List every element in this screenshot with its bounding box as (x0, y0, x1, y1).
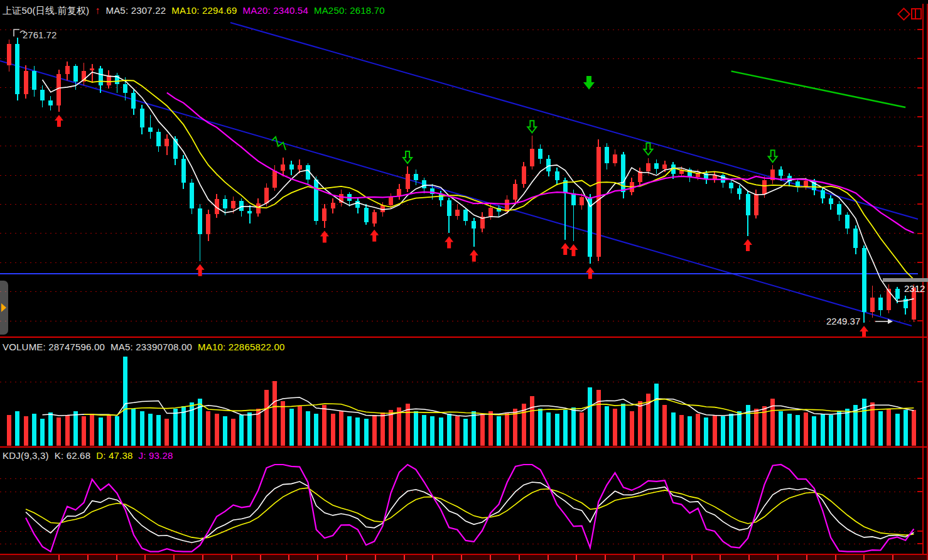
kdj-legend: KDJ(9,3,3)K: 62.68D: 47.38J: 93.28 (3, 450, 178, 461)
symbol-title: 上证50(日线.前复权) (3, 5, 89, 16)
volume-ma5-value: MA5: 23390708.00 (111, 342, 192, 352)
main-chart-legend: 上证50(日线.前复权)↑MA5: 2307.22MA10: 2294.69MA… (3, 5, 391, 17)
ma5-value: MA5: 2307.22 (105, 5, 166, 16)
expand-right-icon (1, 303, 6, 312)
volume-value: VOLUME: 28747596.00 (3, 342, 105, 352)
stock-app-window: 上证50(日线.前复权)↑MA5: 2307.22MA10: 2294.69MA… (0, 0, 928, 560)
sidebar-slide-handle[interactable] (0, 281, 8, 335)
split-panes-divider (915, 9, 916, 18)
last-price-label: 2312 (904, 283, 928, 294)
kdj-j-value: J: 93.28 (139, 450, 173, 461)
kdj-d-value: D: 47.38 (96, 450, 132, 461)
volume-ma10-value: MA10: 22865822.00 (198, 342, 285, 352)
ma10-value: MA10: 2294.69 (171, 5, 237, 16)
split-panes-icon[interactable] (911, 8, 922, 19)
ma250-value: MA250: 2618.70 (314, 5, 385, 16)
last-price-pointer-bar (883, 278, 928, 282)
high-price-label: 2761.72 (23, 30, 57, 40)
buy-signal-icon: ↑ (95, 5, 100, 16)
chart-canvas[interactable] (0, 0, 928, 560)
kdj-k-value: K: 62.68 (55, 450, 90, 461)
ma20-value: MA20: 2340.54 (243, 5, 308, 16)
low-price-label: 2249.37 (826, 316, 860, 326)
kdj-title: KDJ(9,3,3) (3, 450, 49, 461)
volume-legend: VOLUME: 28747596.00MA5: 23390708.00MA10:… (3, 342, 291, 352)
